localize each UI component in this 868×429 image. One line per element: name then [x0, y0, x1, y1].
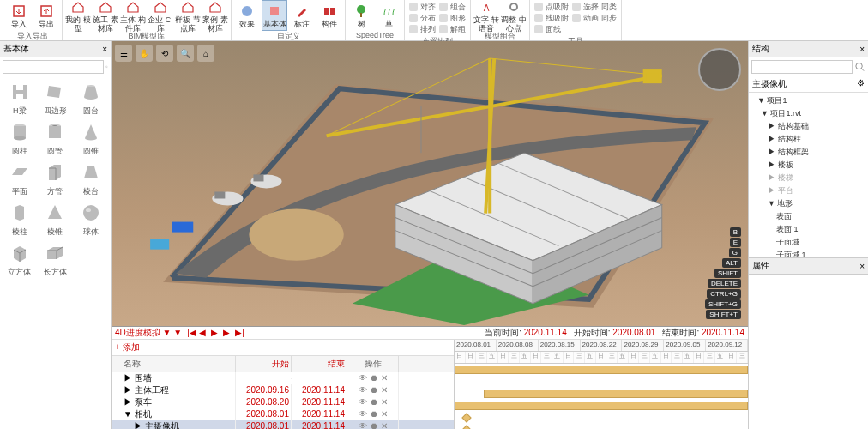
shape-cube[interactable]: 立方体 [3, 241, 36, 278]
树-button[interactable]: 树 [348, 0, 374, 31]
shape-sphere[interactable]: 球体 [75, 201, 107, 238]
tree-node[interactable]: ▶ 楼梯 [750, 172, 866, 184]
visibility-icon[interactable]: 👁 [359, 421, 367, 429]
lock-icon[interactable]: ⏺ [370, 397, 378, 407]
search-input[interactable] [3, 60, 104, 74]
lock-icon[interactable]: ⏺ [370, 373, 378, 383]
tree-node[interactable]: ▶ 结构柱 [750, 133, 866, 146]
arrange-item[interactable]: 图形 [439, 13, 466, 23]
shape-quad[interactable]: 四边形 [39, 80, 72, 117]
tree-node[interactable]: ▶ 平台 [750, 184, 866, 197]
lib-button[interactable]: 主体 构件库 [120, 0, 146, 31]
arrange-item[interactable]: 排列 [409, 24, 436, 34]
visibility-icon[interactable]: 👁 [359, 385, 367, 395]
tool-item[interactable]: 线吸附 [534, 13, 569, 23]
shape-frustum[interactable]: 圆台 [75, 80, 107, 117]
search-icon[interactable] [105, 61, 108, 73]
arrange-item[interactable]: 解组 [439, 24, 466, 34]
visibility-icon[interactable]: 👁 [359, 409, 367, 419]
草-button[interactable]: 草 [376, 0, 401, 31]
home-icon[interactable]: ⌂ [197, 45, 214, 62]
delete-icon[interactable]: ✕ [381, 397, 388, 407]
search-icon[interactable] [854, 61, 865, 73]
shape-tube[interactable]: 圆管 [39, 120, 72, 157]
lib-button[interactable]: 我的 模型 [65, 0, 91, 31]
next-button[interactable]: ▶ [223, 328, 233, 338]
tree-node[interactable]: 子面域 1 [750, 249, 866, 257]
shape-cyl[interactable]: 圆柱 [3, 120, 36, 157]
import-button[interactable]: 导入 [6, 0, 32, 31]
构件-button[interactable]: 构件 [316, 0, 342, 31]
play-button[interactable]: ▶ [211, 328, 221, 338]
shape-box[interactable]: 长方体 [39, 241, 72, 278]
tree-node[interactable]: ▼ 项目1 [750, 94, 866, 107]
lock-icon[interactable]: ⏺ [370, 385, 378, 395]
close-icon[interactable]: × [102, 45, 107, 54]
key-hint: CTRL+G [707, 289, 741, 299]
svg-point-19 [86, 208, 91, 212]
标注-button[interactable]: 标注 [289, 0, 315, 31]
visibility-icon[interactable]: 👁 [359, 397, 367, 407]
timeline-title[interactable]: 4D进度模拟 ▼ ▼ [115, 327, 182, 339]
zoom-icon[interactable]: 🔍 [177, 45, 194, 62]
tree-node[interactable]: ▶ 结构基础 [750, 120, 866, 133]
shape-cone[interactable]: 圆锥 [75, 120, 107, 157]
date-header: 2020.09.12 [706, 340, 748, 351]
tree-node[interactable]: ▶ 结构框架 [750, 146, 866, 159]
visibility-icon[interactable]: 👁 [359, 373, 367, 383]
tool-item[interactable]: 面线 [534, 24, 569, 34]
last-button[interactable]: ▶| [235, 328, 245, 338]
tree-node[interactable]: 子面域 [750, 236, 866, 249]
svg-text:A: A [484, 3, 490, 13]
tool-item[interactable]: 选择 同类 [572, 2, 617, 12]
shape-prismf[interactable]: 棱台 [75, 160, 107, 197]
orbit-icon[interactable]: ⟲ [156, 45, 173, 62]
date-header: 2020.08.29 [622, 340, 664, 351]
search-input[interactable] [751, 60, 853, 74]
delete-icon[interactable]: ✕ [381, 409, 388, 419]
tool-item[interactable]: 点吸附 [534, 2, 569, 12]
timeline-row[interactable]: ▶ 主摄像机2020.08.012020.11.14👁⏺✕ [112, 420, 454, 429]
filter-icon[interactable]: ⚙ [857, 78, 865, 90]
shape-sqtube[interactable]: 方管 [39, 160, 72, 197]
shape-hbeam[interactable]: H梁 [3, 80, 36, 117]
shape-prism[interactable]: 棱柱 [3, 201, 36, 238]
arrange-item[interactable]: 分布 [409, 13, 436, 23]
lib-button[interactable]: 企业 CI库 [148, 0, 173, 31]
shape-plane[interactable]: 平面 [3, 160, 36, 197]
arrange-item[interactable]: 对齐 [409, 2, 436, 12]
panel-title: 基本体 [3, 43, 29, 55]
lib-button[interactable]: 施工 素材库 [93, 0, 118, 31]
基本体-button[interactable]: 基本体 [262, 0, 287, 31]
viewport-3d[interactable]: ☰ ✋ ⟲ 🔍 ⌂ [112, 41, 748, 326]
key-hint: SHIFT [714, 269, 741, 278]
文字
转语音-button[interactable]: A文字 转语音 [473, 0, 499, 31]
delete-icon[interactable]: ✕ [381, 385, 388, 395]
lock-icon[interactable]: ⏺ [370, 421, 378, 429]
delete-icon[interactable]: ✕ [381, 373, 388, 383]
first-button[interactable]: |◀ [187, 328, 197, 338]
nav-menu-icon[interactable]: ☰ [115, 45, 132, 62]
效果-button[interactable]: 效果 [234, 0, 260, 31]
delete-icon[interactable]: ✕ [381, 421, 388, 429]
add-button[interactable]: + 添加 [112, 340, 454, 356]
lib-button[interactable]: 样板 节点库 [175, 0, 201, 31]
调整
中心点-button[interactable]: 调整 中心点 [501, 0, 527, 31]
close-icon[interactable]: × [859, 45, 865, 54]
lock-icon[interactable]: ⏺ [370, 409, 378, 419]
export-button[interactable]: 导出 [33, 0, 59, 31]
tree-node[interactable]: 表面 1 [750, 223, 866, 236]
tree-node[interactable]: ▼ 项目1.rvt [750, 107, 866, 120]
tree-node[interactable]: ▼ 地形 [750, 197, 866, 210]
prev-button[interactable]: ◀ [199, 328, 209, 338]
svg-point-18 [83, 205, 99, 221]
arrange-item[interactable]: 组合 [439, 2, 466, 12]
date-header: 2020.08.08 [497, 340, 539, 351]
pan-icon[interactable]: ✋ [136, 45, 153, 62]
tree-node[interactable]: 表面 [750, 210, 866, 223]
tool-item[interactable]: 动画 同步 [572, 13, 617, 23]
close-icon[interactable]: × [859, 262, 865, 271]
shape-pyramid[interactable]: 棱锥 [39, 201, 72, 238]
tree-node[interactable]: ▶ 楼板 [750, 159, 866, 172]
lib-button[interactable]: 案例 素材库 [202, 0, 228, 31]
